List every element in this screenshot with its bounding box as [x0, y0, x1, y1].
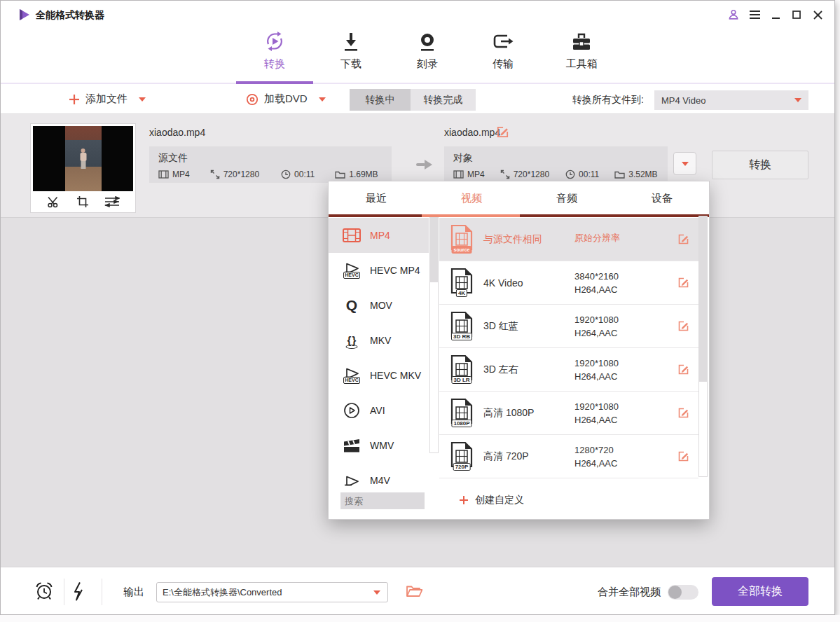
preset-row-3d-lr[interactable]: 3D LR 3D 左右 1920*1080H264,AAC [439, 348, 698, 392]
transfer-arrow-icon [415, 159, 433, 170]
menu-icon[interactable] [746, 6, 763, 23]
user-account-icon[interactable] [725, 6, 742, 23]
format-item-hevc-mp4[interactable]: HEVC HEVC MP4 [329, 253, 429, 288]
preset-name: 3D 左右 [483, 348, 518, 392]
rename-edit-button[interactable] [496, 125, 509, 139]
convert-all-to-label: 转换所有文件到: [572, 94, 644, 106]
crop-button[interactable] [76, 195, 89, 208]
format-item-mov[interactable]: Q MOV [329, 288, 429, 323]
title-bar: 全能格式转换器 [1, 1, 834, 29]
tab-convert[interactable]: 转换 [245, 30, 304, 71]
minimize-button[interactable] [767, 6, 784, 23]
open-folder-button[interactable] [406, 584, 422, 598]
popup-tab-device[interactable]: 设备 [614, 181, 710, 215]
high-speed-bolt-button[interactable] [72, 581, 85, 601]
preset-row-720p[interactable]: 720P 高清 720P 1280*720H264,AAC [439, 435, 698, 478]
popup-tab-active-indicator [422, 214, 520, 217]
preset-edit-button[interactable] [677, 364, 689, 375]
tab-burn-label: 刻录 [417, 57, 438, 71]
convert-row-button[interactable]: 转换 [712, 151, 808, 179]
tab-download[interactable]: 下载 [322, 30, 380, 71]
popup-tab-device-label: 设备 [652, 192, 673, 205]
maximize-button[interactable] [788, 6, 805, 23]
format-label: MKV [370, 335, 391, 346]
preset-resolution: 3840*2160 [574, 271, 619, 282]
popup-tab-video-label: 视频 [461, 192, 482, 205]
format-list-scrollbar-thumb[interactable] [430, 217, 438, 282]
preset-edit-button[interactable] [677, 320, 689, 332]
target-filename: xiaodao.mp4 [444, 127, 500, 138]
preset-row-1080p[interactable]: 1080P 高清 1080P 1920*1080H264,AAC [439, 392, 698, 435]
target-size-cell: 3.52MB [614, 170, 657, 179]
create-custom-button[interactable]: 创建自定义 [459, 494, 524, 506]
preset-row-3d-rb[interactable]: 3D RB 3D 红蓝 1920*1080H264,AAC [439, 305, 698, 348]
preset-3d-rb-icon: 3D RB [450, 311, 473, 338]
preset-name: 4K Video [483, 261, 523, 305]
preset-4k-icon: 4K [450, 268, 473, 294]
tab-converting[interactable]: 转换中 [350, 89, 411, 111]
convert-icon [263, 30, 286, 53]
output-format-value: MP4 Video [661, 95, 705, 106]
preset-row-4k[interactable]: 4K 4K Video 3840*2160H264,AAC [439, 261, 698, 305]
clock-icon [565, 170, 575, 179]
preset-row-source[interactable]: source 与源文件相同 原始分辨率 [439, 218, 698, 261]
preset-badge: 720P [453, 463, 471, 471]
tab-burn[interactable]: 刻录 [398, 30, 457, 71]
output-path-select[interactable] [156, 582, 388, 602]
preset-list-scrollbar-thumb[interactable] [699, 216, 707, 382]
format-item-m4v[interactable]: M4V [329, 463, 429, 488]
effects-sliders-button[interactable] [104, 196, 120, 207]
format-list-scrollbar[interactable] [429, 216, 439, 453]
convert-all-button[interactable]: 全部转换 [712, 577, 808, 606]
source-format-cell: MP4 [158, 170, 190, 179]
target-size: 3.52MB [628, 170, 657, 179]
close-button[interactable] [809, 6, 826, 23]
output-format-dropdown[interactable]: MP4 Video [654, 90, 808, 110]
tab-finished[interactable]: 转换完成 [411, 89, 476, 111]
format-item-wmv[interactable]: WMV [329, 428, 429, 463]
format-item-avi[interactable]: AVI [329, 393, 429, 428]
target-format-dropdown-button[interactable] [673, 152, 696, 175]
plus-icon [459, 495, 469, 505]
popup-tab-recent[interactable]: 最近 [329, 181, 424, 215]
preset-edit-button[interactable] [677, 407, 689, 419]
toolbar: 添加文件 加载DVD 转换中 转换完成 转换所有文件到: MP4 Video [1, 85, 834, 114]
preset-edit-button[interactable] [677, 233, 689, 245]
target-resolution: 720*1280 [514, 170, 549, 179]
preset-edit-button[interactable] [677, 277, 689, 289]
popup-tab-video[interactable]: 视频 [424, 181, 519, 215]
preset-name: 3D 红蓝 [483, 305, 518, 348]
preset-3d-lr-icon: 3D LR [450, 354, 473, 381]
popup-tab-recent-label: 最近 [366, 192, 387, 205]
format-search-input[interactable] [340, 492, 425, 509]
format-item-mkv[interactable]: { } MKV [329, 323, 429, 358]
source-resolution: 720*1280 [223, 170, 259, 179]
trim-scissors-button[interactable] [47, 196, 61, 208]
format-item-mp4[interactable]: MP4 [329, 218, 429, 253]
preset-codec: H264,AAC [574, 415, 619, 425]
output-label: 输出 [123, 586, 144, 599]
toolbox-icon [571, 30, 592, 53]
preset-edit-button[interactable] [677, 450, 689, 462]
nav-underline [1, 83, 834, 84]
app-window: 全能格式转换器 [0, 0, 835, 615]
target-info-box: 对象 MP4 720*1280 00:11 [444, 146, 668, 183]
target-duration-cell: 00:11 [565, 170, 599, 179]
popup-tab-audio[interactable]: 音频 [519, 181, 614, 215]
preset-list-scrollbar[interactable] [698, 216, 708, 477]
merge-videos-toggle[interactable] [668, 585, 698, 600]
resolution-icon [500, 170, 510, 179]
tab-transfer[interactable]: 传输 [474, 30, 532, 71]
preset-badge: 4K [456, 289, 467, 297]
load-dvd-button[interactable]: 加载DVD [246, 92, 326, 106]
add-files-button[interactable]: 添加文件 [69, 92, 146, 106]
divider [102, 579, 102, 605]
format-item-hevc-mkv[interactable]: HEVC HEVC MKV [329, 358, 429, 393]
format-label: MOV [370, 300, 392, 311]
tab-download-label: 下载 [340, 57, 362, 71]
output-path-input[interactable] [157, 587, 373, 597]
schedule-alarm-button[interactable] [34, 581, 54, 601]
format-label: HEVC MKV [370, 370, 421, 381]
tab-toolbox[interactable]: 工具箱 [552, 30, 611, 71]
preset-720p-icon: 720P [450, 441, 473, 468]
